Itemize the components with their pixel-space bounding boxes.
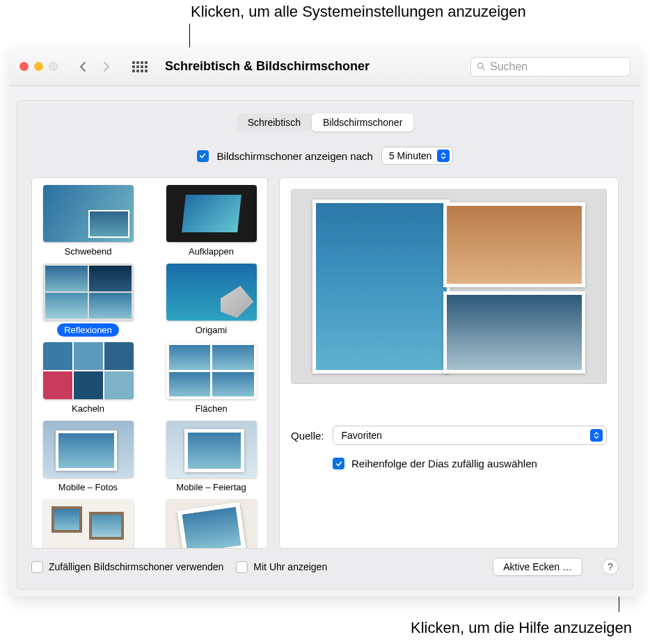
- close-button[interactable]: [19, 62, 29, 71]
- search-field[interactable]: Suchen: [470, 57, 631, 77]
- thumb-label: Mobile – Feiertag: [169, 481, 253, 494]
- content-area: Schreibtisch Bildschirmschoner Bildschir…: [10, 100, 640, 597]
- svg-line-1: [482, 67, 484, 70]
- show-all-button[interactable]: [129, 56, 151, 78]
- thumb-art: [43, 185, 134, 242]
- zoom-button[interactable]: [49, 62, 58, 71]
- random-saver-checkbox[interactable]: [31, 561, 43, 573]
- thumb-label: Schwebend: [58, 245, 119, 258]
- thumb-art: [43, 342, 134, 399]
- random-saver-option: Zufälligen Bildschirmschoner verwenden: [31, 561, 223, 573]
- show-after-row: Bildschirmschoner anzeigen nach 5 Minute…: [17, 147, 633, 165]
- show-after-label: Bildschirmschoner anzeigen nach: [217, 150, 373, 162]
- forward-button[interactable]: [97, 56, 116, 78]
- screensaver-item-altmodisch[interactable]: Altmodisch: [161, 499, 262, 549]
- source-value: Favoriten: [342, 430, 382, 441]
- screensaver-item-flaechen[interactable]: Flächen: [161, 342, 262, 415]
- screensaver-item-mobile-feiertag[interactable]: Mobile – Feiertag: [161, 421, 262, 494]
- thumb-art: [43, 264, 134, 321]
- thumb-label: Reflexionen: [57, 323, 119, 337]
- search-placeholder: Suchen: [490, 61, 528, 73]
- tab-desktop[interactable]: Schreibtisch: [237, 113, 312, 131]
- help-button[interactable]: ?: [602, 558, 619, 575]
- preview-photo: [443, 291, 585, 373]
- screensaver-item-aufklappen[interactable]: Aufklappen: [161, 185, 262, 258]
- preview-photo: [443, 202, 585, 287]
- titlebar: Schreibtisch & Bildschirmschoner Suchen: [10, 47, 640, 86]
- nav-buttons: [73, 56, 116, 78]
- tab-segmented-control: Schreibtisch Bildschirmschoner: [17, 113, 633, 131]
- show-after-checkbox[interactable]: [197, 150, 209, 162]
- random-order-label: Reihenfolge der Dias zufällig auswählen: [351, 458, 537, 469]
- thumb-art: [166, 421, 257, 478]
- thumb-art: [166, 499, 257, 549]
- thumb-label: Origami: [189, 323, 235, 337]
- preview-panel: Quelle: Favoriten Reihenfolge der Dias z…: [279, 177, 619, 549]
- screensaver-item-kacheln[interactable]: Kacheln: [38, 342, 138, 415]
- window-traffic-lights: [19, 62, 58, 71]
- with-clock-option: Mit Uhr anzeigen: [236, 561, 327, 573]
- show-after-popup[interactable]: 5 Minuten: [381, 147, 453, 165]
- screensaver-item-mobile-fotos[interactable]: Mobile – Fotos: [38, 421, 138, 494]
- thumb-label: Flächen: [188, 402, 234, 415]
- source-label: Quelle:: [291, 430, 324, 442]
- screensaver-item-reflexionen[interactable]: Reflexionen: [38, 264, 138, 337]
- preferences-window: Schreibtisch & Bildschirmschoner Suchen …: [10, 47, 640, 597]
- body: Schwebend Aufklappen Reflexionen Origami: [31, 177, 619, 549]
- preview-photo: [312, 200, 450, 373]
- check-icon: [335, 460, 342, 467]
- minimize-button[interactable]: [34, 62, 43, 71]
- random-order-row: Reihenfolge der Dias zufällig auswählen: [333, 458, 607, 469]
- source-row: Quelle: Favoriten: [291, 426, 607, 445]
- thumb-art: [166, 342, 257, 399]
- callout-bottom: Klicken, um die Hilfe anzuzeigen: [411, 619, 632, 637]
- with-clock-checkbox[interactable]: [236, 561, 248, 573]
- window-title: Schreibtisch & Bildschirmschoner: [165, 59, 370, 74]
- callout-top: Klicken, um alle Systemeinstellungen anz…: [191, 3, 526, 21]
- thumb-label: Kacheln: [65, 402, 111, 415]
- with-clock-label: Mit Uhr anzeigen: [253, 561, 327, 572]
- footer: Zufälligen Bildschirmschoner verwenden M…: [31, 554, 619, 579]
- thumb-label: Mobile – Fotos: [51, 481, 125, 494]
- search-icon: [477, 62, 486, 71]
- random-saver-label: Zufälligen Bildschirmschoner verwenden: [49, 561, 223, 572]
- thumb-label: Aufklappen: [182, 245, 241, 258]
- hot-corners-button[interactable]: Aktive Ecken …: [493, 558, 582, 576]
- random-order-checkbox[interactable]: [333, 458, 344, 469]
- screensaver-list[interactable]: Schwebend Aufklappen Reflexionen Origami: [31, 177, 268, 549]
- check-icon: [199, 152, 206, 159]
- inner-panel: Schreibtisch Bildschirmschoner Bildschir…: [17, 100, 633, 590]
- screensaver-item-origami[interactable]: Origami: [161, 264, 262, 337]
- popup-arrows-icon: [590, 429, 603, 442]
- thumb-art: [166, 185, 257, 242]
- back-button[interactable]: [73, 56, 93, 78]
- screensaver-item-schwebend[interactable]: Schwebend: [38, 185, 138, 258]
- screensaver-item-fotowand[interactable]: Fotowand: [38, 499, 138, 549]
- grid-icon: [132, 61, 148, 72]
- thumb-art: [43, 499, 134, 549]
- source-popup[interactable]: Favoriten: [333, 426, 607, 445]
- popup-arrows-icon: [437, 150, 450, 162]
- thumb-art: [166, 264, 257, 321]
- screensaver-preview[interactable]: [291, 189, 607, 384]
- thumb-art: [43, 421, 134, 478]
- show-after-value: 5 Minuten: [389, 150, 431, 161]
- tab-screensaver[interactable]: Bildschirmschoner: [312, 113, 413, 131]
